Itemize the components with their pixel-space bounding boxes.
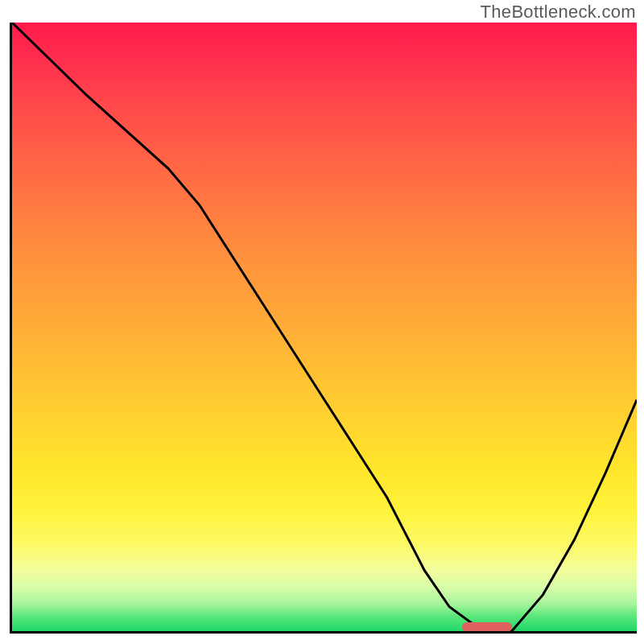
watermark-text: TheBottleneck.com bbox=[481, 2, 636, 23]
curve-path bbox=[12, 23, 637, 631]
optimal-range-marker bbox=[462, 622, 512, 632]
bottleneck-curve bbox=[12, 23, 637, 631]
chart-container: TheBottleneck.com bbox=[0, 0, 644, 644]
plot-area bbox=[10, 23, 637, 634]
